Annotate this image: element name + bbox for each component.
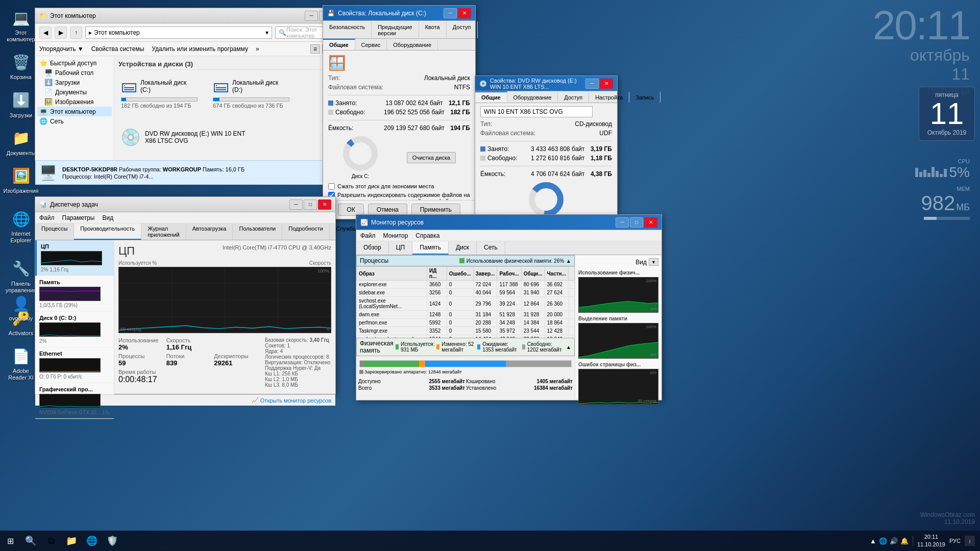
taskmgr-menu-file[interactable]: Файл	[39, 214, 55, 221]
desktop-icon-recycle[interactable]: 🗑️ Корзина	[3, 49, 39, 83]
resmon-menu-file[interactable]: Файл	[360, 232, 376, 239]
explorer-menu-properties[interactable]: Свойства системы	[91, 45, 144, 53]
dvd-tab-access[interactable]: Доступ	[558, 91, 589, 103]
taskmgr-menu-view[interactable]: Вид	[102, 214, 113, 221]
drive-d-name: Локальный диск (D:)	[232, 79, 289, 93]
tab-hardware[interactable]: Оборудование	[387, 39, 438, 50]
dvd-drive[interactable]: 💿 DVD RW дисковод (E:) WIN 10 ENT X86 LT…	[118, 126, 248, 149]
taskmgr-tab-startup[interactable]: Автозагрузка	[186, 223, 233, 240]
perf-item-gpu[interactable]: Графический про... NVIDIA GeForce GTX 10…	[35, 383, 114, 419]
res-monitor-minimize[interactable]: ─	[616, 217, 629, 228]
explorer-menu-organize[interactable]: Упорядочить ▼	[39, 45, 84, 53]
resmon-tab-cpu[interactable]: ЦП	[389, 241, 413, 255]
back-button[interactable]: ◀	[39, 27, 52, 39]
explorer-menu-more[interactable]: »	[256, 45, 259, 53]
desktop-icon-ie[interactable]: 🌐 Internet Explorer	[3, 206, 39, 246]
processes-section-bar[interactable]: Процессы Использование физической памяти…	[356, 255, 575, 266]
tab-access[interactable]: Доступ	[447, 21, 478, 38]
activators-label: Activators	[9, 330, 33, 337]
desktop-icon-my-computer[interactable]: 💻 Этот компьютер	[3, 5, 39, 45]
taskmgr-tab-processes[interactable]: Процессы	[35, 223, 74, 240]
sidebar-quick-access[interactable]: ⭐ Быстрый доступ	[37, 58, 112, 68]
res-monitor-maximize[interactable]: □	[630, 217, 643, 228]
tray-volume-icon[interactable]: 🔊	[890, 537, 898, 545]
tray-network-icon[interactable]: 🌐	[879, 537, 887, 545]
used-bytes: 13 087 002 624 байт	[385, 99, 443, 107]
search-taskbar-btn[interactable]: 🔍	[20, 531, 41, 551]
task-mgr-maximize[interactable]: □	[304, 199, 317, 210]
desktop-icon-control-panel[interactable]: 🔧 Панель управления	[3, 256, 39, 296]
sidebar-documents[interactable]: 📄 Документы	[37, 87, 112, 97]
perf-item-cpu[interactable]: ЦП 2% 1,16 Ггц	[35, 240, 114, 276]
explorer-menu-uninstall[interactable]: Удалить или изменить программу	[152, 45, 248, 53]
resmon-menu-monitor[interactable]: Монитор	[383, 232, 408, 239]
dvd-name-input[interactable]: WIN 10 ENT X86 LTSC OVG	[480, 106, 593, 117]
explorer-minimize-btn[interactable]: ─	[305, 11, 318, 21]
desktop-icon-downloads[interactable]: ⬇️ Загрузки	[3, 88, 39, 121]
sidebar-downloads[interactable]: ⬇️ Загрузки	[37, 78, 112, 87]
tab-previous[interactable]: Предыдущие версии	[372, 21, 419, 38]
clean-disk-button[interactable]: Очистка диска	[407, 152, 456, 163]
disk-props-c-minimize[interactable]: ─	[444, 8, 457, 18]
task-mgr-minimize[interactable]: ─	[289, 199, 303, 210]
mem-label: МЕМ	[921, 186, 970, 192]
dvd-tab-settings[interactable]: Настройка	[589, 91, 629, 103]
dvd-props-close[interactable]: ✕	[600, 79, 613, 89]
dvd-props-minimize[interactable]: ─	[585, 79, 599, 89]
drive-c[interactable]: 🖴 Локальный диск (C:) 182 ГБ свободно из…	[118, 74, 200, 111]
tab-security[interactable]: Безопасность	[323, 21, 372, 38]
desktop-icon-documents[interactable]: 📁 Документы	[3, 126, 39, 159]
sidebar-this-computer[interactable]: 💻 Этот компьютер	[37, 107, 112, 116]
perf-item-memory[interactable]: Память 1,0/3,5 ГБ (29%)	[35, 276, 114, 312]
address-bar[interactable]: ▸ Этот компьютер ▾	[85, 27, 272, 39]
desktop-icon-images[interactable]: 🖼️ Изображения	[3, 163, 39, 197]
taskmgr-tab-app-history[interactable]: Журнал приложений	[141, 223, 186, 240]
resmon-tab-network[interactable]: Сеть	[477, 241, 505, 255]
tab-general[interactable]: Общие	[323, 39, 355, 50]
resmon-menu-help[interactable]: Справка	[415, 232, 439, 239]
physical-memory-section-bar[interactable]: Физическая память Используется: 931 МБ И…	[356, 338, 575, 356]
dvd-tab-general[interactable]: Общие	[475, 91, 507, 103]
compress-checkbox[interactable]: Сжать этот диск для экономии места	[328, 183, 470, 190]
open-resource-monitor-button[interactable]: 📈 Открыть монитор ресурсов	[252, 397, 331, 404]
view-dropdown-btn[interactable]: ▾	[649, 258, 658, 266]
taskmgr-tab-users[interactable]: Пользователи	[233, 223, 282, 240]
compress-check-input[interactable]	[328, 183, 335, 190]
dvd-tab-hardware[interactable]: Оборудование	[507, 91, 558, 103]
resmon-tab-disk[interactable]: Диск	[449, 241, 477, 255]
forward-button[interactable]: ▶	[55, 27, 67, 39]
drive-d[interactable]: 🖴 Локальный диск (D:) 674 ГБ свободно из…	[210, 74, 292, 111]
taskbar-clock[interactable]: 20:11 11.10.2019	[917, 533, 945, 549]
up-button[interactable]: ↑	[70, 27, 82, 39]
tab-service[interactable]: Сервис	[355, 39, 387, 50]
resource-monitor-window: 📈 Монитор ресурсов ─ □ ✕ Файл Монитор Сп…	[356, 214, 662, 400]
dvd-tab-record[interactable]: Запись	[629, 91, 660, 103]
resmon-tab-memory[interactable]: Память	[412, 241, 449, 255]
start-button[interactable]: ⊞	[0, 531, 20, 551]
disk-props-c-close[interactable]: ✕	[458, 8, 471, 18]
res-monitor-close[interactable]: ✕	[644, 217, 657, 228]
task-view-btn[interactable]: ⧉	[41, 531, 61, 551]
perf-gpu-mini-graph	[39, 394, 101, 408]
taskmgr-menu-options[interactable]: Параметры	[62, 214, 95, 221]
sidebar-desktop[interactable]: 🖥️ Рабочий стол	[37, 68, 112, 78]
taskmgr-tab-details[interactable]: Подробности	[282, 223, 330, 240]
tray-up-arrow[interactable]: ▲	[870, 537, 876, 545]
sidebar-network[interactable]: 🌐 Сеть	[37, 116, 112, 126]
desktop-icon-adobe[interactable]: 📄 Adobe Reader XI	[3, 343, 39, 384]
perf-item-disk[interactable]: Диск 0 (C: D:) 2%	[35, 312, 114, 347]
view-btn-1[interactable]: ≡	[310, 44, 320, 54]
edge-taskbar-btn[interactable]: 🌐	[82, 531, 102, 551]
cpu-graph-svg	[119, 267, 331, 333]
tab-quota[interactable]: Квота	[419, 21, 447, 38]
taskmgr-tab-performance[interactable]: Производительность	[74, 223, 141, 240]
file-explorer-taskbar-btn[interactable]: 📁	[61, 531, 82, 551]
desktop-icon-ovgorskiy[interactable]: 👤 ovgorskiy	[3, 291, 39, 324]
tray-notification-icon[interactable]: 🔔	[900, 537, 909, 545]
sidebar-images[interactable]: 🖼️ Изображения	[37, 97, 112, 107]
task-mgr-close[interactable]: ✕	[318, 199, 331, 210]
antivirus-taskbar-btn[interactable]: 🛡️	[102, 531, 122, 551]
show-desktop-btn[interactable]: |	[965, 536, 975, 546]
perf-item-ethernet[interactable]: Ethernet О: 0 Гб Р: 0 кбит/с	[35, 347, 114, 383]
resmon-tab-overview[interactable]: Обзор	[356, 241, 389, 255]
